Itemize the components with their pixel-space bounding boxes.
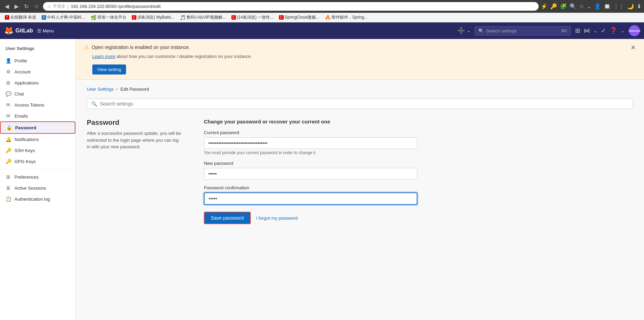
bookmark-7[interactable]: 🔥 附件邮件，Spring... xyxy=(323,14,370,21)
bookmark-4[interactable]: 🎵 数码小站VIP视频解... xyxy=(178,14,228,21)
forgot-password-link[interactable]: I forgot my password xyxy=(256,216,298,221)
bookmark-0[interactable]: Y 在线翻译·有道 xyxy=(3,14,38,21)
plus-chevron-icon[interactable]: ⌄ xyxy=(467,28,470,33)
bookmark-label-4: 数码小站VIP视频解... xyxy=(187,14,226,20)
help-chevron-icon[interactable]: ⌄ xyxy=(621,28,625,33)
sidebar-item-active-sessions[interactable]: 🖥 Active Sessions xyxy=(0,182,75,193)
registration-banner: ⚠ Open registration is enabled on your i… xyxy=(76,39,644,80)
bookmark-1[interactable]: R 中科人才网-中国科... xyxy=(40,14,87,21)
breadcrumb: User Settings > Edit Password xyxy=(87,87,633,92)
breadcrumb-parent-link[interactable]: User Settings xyxy=(87,87,114,92)
sidebar-label-chat: Chat xyxy=(14,91,24,97)
new-password-input[interactable] xyxy=(204,168,417,180)
current-password-input[interactable] xyxy=(204,137,417,149)
gitlab-menu-button[interactable]: ☰ Menu xyxy=(37,28,54,33)
banner-learn-more-link[interactable]: Learn more xyxy=(92,54,115,59)
bookmark-label-3: (6条消息) MyBatis... xyxy=(137,14,174,20)
bookmark-2[interactable]: 🌿 研发一体化平台 xyxy=(89,14,128,21)
form-actions: Save password I forgot my password xyxy=(204,212,417,224)
bm-icon-4: 🎵 xyxy=(180,15,186,20)
merge-request-icon[interactable]: ⋈ xyxy=(584,27,590,34)
bookmark-5[interactable]: C (14条消息) 一致性... xyxy=(229,14,276,21)
bookmark-icon[interactable]: ☆ xyxy=(579,3,584,10)
sidebar-item-ssh-keys[interactable]: 🔑 SSH Keys xyxy=(0,145,75,156)
dock-icon[interactable]: ⊞ xyxy=(575,27,580,34)
breadcrumb-current: Edit Password xyxy=(121,87,149,92)
header-icons: ⊞ ⋈ ⌄ ✓ ❓ ⌄ xyxy=(575,27,625,34)
menu-label: Menu xyxy=(43,28,54,33)
sidebar-label-profile: Profile xyxy=(14,58,27,63)
banner-title-text: Open registration is enabled on your ins… xyxy=(92,44,190,50)
password-confirmation-input[interactable] xyxy=(204,192,417,205)
lightning-icon[interactable]: ⚡ xyxy=(541,3,548,10)
sidebar-label-gpg-keys: GPG Keys xyxy=(14,159,35,164)
banner-warning-icon: ⚠ xyxy=(84,44,89,50)
settings-search-input[interactable] xyxy=(100,101,629,107)
nav-buttons: ◀ ▶ ↻ ☆ xyxy=(3,2,41,10)
gitlab-logo[interactable]: 🦊 GitLab xyxy=(4,26,33,35)
bm-icon-7: 🔥 xyxy=(325,15,331,20)
back-button[interactable]: ◀ xyxy=(3,2,11,10)
profile-icon: 👤 xyxy=(6,58,11,63)
gitlab-header: 🦊 GitLab ☰ Menu ➕ ⌄ 🔍 ⌘K ⊞ ⋈ ⌄ ✓ ❓ ⌄ Adm… xyxy=(0,22,644,39)
change-password-title: Change your password or recover your cur… xyxy=(204,119,417,124)
plus-icon[interactable]: ➕ xyxy=(457,27,465,34)
sidebar-item-account[interactable]: ⚙ Account xyxy=(0,66,75,77)
profile-icon-red[interactable]: 👤 xyxy=(594,3,601,10)
sidebar-item-access-tokens[interactable]: ✉ Access Tokens xyxy=(0,99,75,110)
bookmark-3[interactable]: C (6条消息) MyBatis... xyxy=(130,14,176,21)
new-password-label: New password xyxy=(204,161,417,166)
current-password-label: Current password xyxy=(204,130,417,135)
sidebar-item-auth-log[interactable]: 📋 Authentication log xyxy=(0,193,75,204)
view-setting-button[interactable]: View setting xyxy=(92,64,126,74)
key-icon[interactable]: 🔑 xyxy=(550,3,557,10)
chevron-down-icon[interactable]: ⌄ xyxy=(587,3,591,10)
sidebar-item-preferences[interactable]: ⊞ Preferences xyxy=(0,171,75,182)
sidebar-label-emails: Emails xyxy=(14,113,28,119)
sidebar-item-password[interactable]: 🔒 Password xyxy=(0,121,75,134)
reload-button[interactable]: ↻ xyxy=(22,2,31,10)
header-plus-area[interactable]: ➕ ⌄ xyxy=(457,27,470,34)
new-password-group: New password xyxy=(204,161,417,180)
sidebar-item-profile[interactable]: 👤 Profile xyxy=(0,55,75,66)
banner-content: ⚠ Open registration is enabled on your i… xyxy=(84,44,252,74)
section-title: Password xyxy=(87,119,183,127)
sidebar-item-notifications[interactable]: 🔔 Notifications xyxy=(0,134,75,145)
todo-icon[interactable]: ✓ xyxy=(601,27,606,34)
home-button[interactable]: ☆ xyxy=(32,2,41,10)
extension2-icon[interactable]: 🔲 xyxy=(604,3,611,10)
gpg-keys-icon: 🔑 xyxy=(6,159,11,164)
sidebar-item-gpg-keys[interactable]: 🔑 GPG Keys xyxy=(0,156,75,167)
sidebar-label-applications: Applications xyxy=(14,80,39,86)
emails-icon: ✉ xyxy=(6,113,11,119)
address-bar[interactable]: ⚠ 不安全 | 192.168.159.102:8000/-/profile/p… xyxy=(43,2,539,11)
zoom-icon[interactable]: 🔍 xyxy=(570,3,577,10)
bm-icon-6: C xyxy=(279,15,283,20)
sidebar-item-emails[interactable]: ✉ Emails xyxy=(0,110,75,121)
help-icon[interactable]: ❓ xyxy=(610,27,617,34)
avatar-text: Administ xyxy=(629,29,640,32)
apps-icon[interactable]: ⋮⋮ xyxy=(613,3,624,10)
download-icon[interactable]: ⬇ xyxy=(637,3,641,10)
bookmark-label-5: (14条消息) 一致性... xyxy=(237,14,274,20)
extension-icon[interactable]: 🧩 xyxy=(560,3,567,10)
banner-title: ⚠ Open registration is enabled on your i… xyxy=(84,44,252,50)
gitlab-search-bar[interactable]: 🔍 ⌘K xyxy=(475,26,571,36)
bookmark-label-7: 附件邮件，Spring... xyxy=(332,14,368,20)
sidebar-item-chat[interactable]: 💬 Chat xyxy=(0,88,75,99)
user-avatar[interactable]: Administ xyxy=(629,25,640,36)
settings-search-bar[interactable]: 🔍 xyxy=(87,99,633,109)
current-password-group: Current password You must provide your c… xyxy=(204,130,417,155)
sidebar-header: User Settings xyxy=(0,42,75,55)
search-input[interactable] xyxy=(486,28,559,33)
sidebar-label-access-tokens: Access Tokens xyxy=(14,102,44,108)
dark-mode-icon[interactable]: 🌙 xyxy=(627,3,634,10)
save-password-button[interactable]: Save password xyxy=(204,212,251,224)
bookmark-6[interactable]: C SpringCloud微服... xyxy=(277,14,321,21)
banner-close-button[interactable]: ✕ xyxy=(631,44,636,51)
sidebar-item-applications[interactable]: ⊞ Applications xyxy=(0,77,75,88)
forward-button[interactable]: ▶ xyxy=(12,2,21,10)
chevron-mr-icon[interactable]: ⌄ xyxy=(593,28,598,33)
sidebar-label-password: Password xyxy=(15,125,36,130)
password-icon: 🔒 xyxy=(6,125,12,130)
